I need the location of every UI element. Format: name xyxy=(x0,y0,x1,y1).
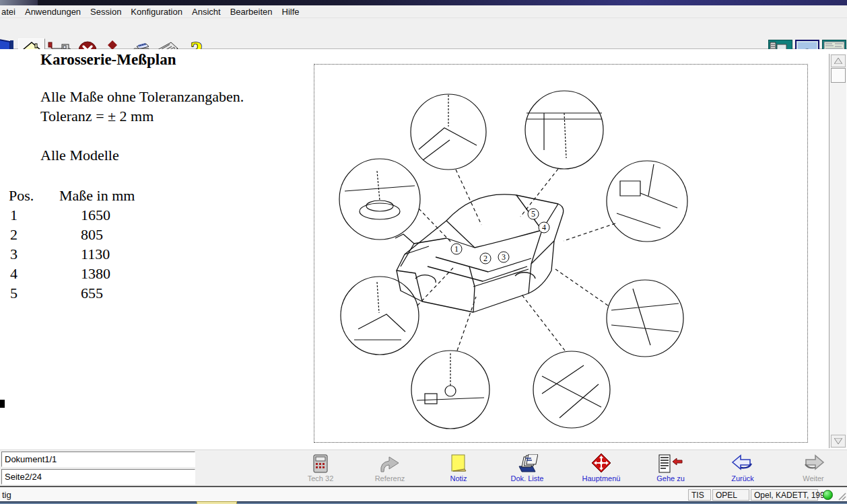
page-counter-field: Seite2/24 xyxy=(1,469,195,484)
weiter-label: Weiter xyxy=(787,474,840,482)
doc-line-tolerance-2: Toleranz = ± 2 mm xyxy=(40,108,154,125)
row-pos: 4 xyxy=(9,265,81,283)
measure-point-1: 1 xyxy=(454,244,459,254)
scrollbar-thumb[interactable] xyxy=(831,68,846,83)
measure-point-5: 5 xyxy=(531,209,535,219)
notiz-label: Notiz xyxy=(432,474,485,482)
menu-bar: atei Anwendungen Session Konfiguration A… xyxy=(0,5,847,18)
doc-line-tolerance-1: Alle Maße ohne Toleranzangaben. xyxy=(40,88,244,106)
status-cell-tis: TIS xyxy=(688,489,711,501)
goto-document-icon xyxy=(644,453,697,473)
screen-artifact xyxy=(0,400,5,408)
hauptmenu-button[interactable]: Hauptmenü xyxy=(575,453,628,484)
forward-arrow-icon xyxy=(787,453,840,473)
dok-liste-label: Dok. Liste xyxy=(501,474,553,482)
gehe-zu-label: Gehe zu xyxy=(644,474,697,482)
measure-point-3: 3 xyxy=(502,252,506,262)
status-message: tig xyxy=(2,490,11,500)
calculator-icon xyxy=(294,453,347,473)
zurueck-label: Zurück xyxy=(716,474,769,482)
measure-point-2: 2 xyxy=(483,254,487,263)
status-cell-vehicle: Opel, KADETT, 1990 xyxy=(751,489,818,501)
document-title: Karosserie-Meßplan xyxy=(40,51,176,69)
document-counter-field: Dokument1/1 xyxy=(1,452,195,467)
measure-point-4: 4 xyxy=(542,223,546,232)
car-body-diagram: 1 2 3 4 5 xyxy=(314,65,807,442)
status-bar: tig TIS OPEL Opel, KADETT, 1990 xyxy=(0,487,847,501)
tech32-label: Tech 32 xyxy=(294,474,347,482)
window-resize-grip[interactable] xyxy=(838,492,846,501)
measurement-table: Pos.Maße in mm 11650 2805 31130 41380 56… xyxy=(9,187,135,304)
tech32-button[interactable]: Tech 32 xyxy=(294,453,347,484)
back-arrow-icon xyxy=(716,453,769,473)
menu-anwendungen[interactable]: Anwendungen xyxy=(20,6,86,17)
menu-bearbeiten[interactable]: Bearbeiten xyxy=(226,6,277,17)
table-row: 5655 xyxy=(9,285,135,304)
scroll-down-button[interactable] xyxy=(831,435,846,447)
row-pos: 3 xyxy=(9,246,81,263)
gehe-zu-button[interactable]: Gehe zu xyxy=(644,453,697,484)
col-header-pos: Pos. xyxy=(9,187,59,205)
status-cell-brand: OPEL xyxy=(712,489,749,501)
hauptmenu-label: Hauptmenü xyxy=(575,474,628,482)
referenz-label: Referenz xyxy=(364,474,416,482)
table-row: 11650 xyxy=(9,207,135,226)
document-stack-icon xyxy=(501,453,553,473)
zurueck-button[interactable]: Zurück xyxy=(716,453,769,484)
online-indicator-icon xyxy=(823,490,833,500)
row-value: 1650 xyxy=(81,207,110,223)
notiz-button[interactable]: Notiz xyxy=(432,453,485,484)
weiter-button[interactable]: Weiter xyxy=(787,453,840,484)
row-value: 655 xyxy=(81,285,103,301)
dok-liste-button[interactable]: Dok. Liste xyxy=(501,453,553,484)
measurement-table-header: Pos.Maße in mm xyxy=(9,187,135,207)
col-header-value: Maße in mm xyxy=(59,187,135,204)
row-value: 1380 xyxy=(81,265,110,282)
menu-konfiguration[interactable]: Konfiguration xyxy=(126,6,187,17)
row-pos: 1 xyxy=(9,207,81,224)
menu-session[interactable]: Session xyxy=(86,6,126,17)
navigation-toolbar: Dokument1/1 Seite2/24 Tech 32 Referenz xyxy=(0,449,847,486)
document-viewer: Karosserie-Meßplan Alle Maße ohne Tolera… xyxy=(0,49,847,449)
taskbar-button[interactable] xyxy=(197,501,237,504)
table-row: 31130 xyxy=(9,246,135,265)
window-title-bar xyxy=(0,0,847,5)
main-menu-diamond-icon xyxy=(575,453,628,473)
row-value: 1130 xyxy=(81,246,110,262)
table-row: 2805 xyxy=(9,226,135,246)
main-toolbar: ? xyxy=(0,18,847,49)
scroll-up-button[interactable] xyxy=(831,55,846,67)
menu-ansicht[interactable]: Ansicht xyxy=(187,6,226,17)
referenz-button[interactable]: Referenz xyxy=(364,453,416,484)
menu-datei[interactable]: atei xyxy=(0,6,20,17)
reference-arrow-icon xyxy=(364,453,416,473)
menu-hilfe[interactable]: Hilfe xyxy=(277,6,304,17)
row-value: 805 xyxy=(81,226,103,243)
row-pos: 5 xyxy=(9,285,81,302)
os-taskbar-sliver xyxy=(0,501,847,504)
window-icon-fragment xyxy=(0,0,38,5)
measurement-diagram-image[interactable]: 1 2 3 4 5 xyxy=(314,64,808,443)
doc-line-models: Alle Modelle xyxy=(40,147,119,164)
row-pos: 2 xyxy=(9,226,81,244)
vertical-scrollbar[interactable] xyxy=(829,54,846,448)
table-row: 41380 xyxy=(9,265,135,285)
note-icon xyxy=(432,453,485,473)
